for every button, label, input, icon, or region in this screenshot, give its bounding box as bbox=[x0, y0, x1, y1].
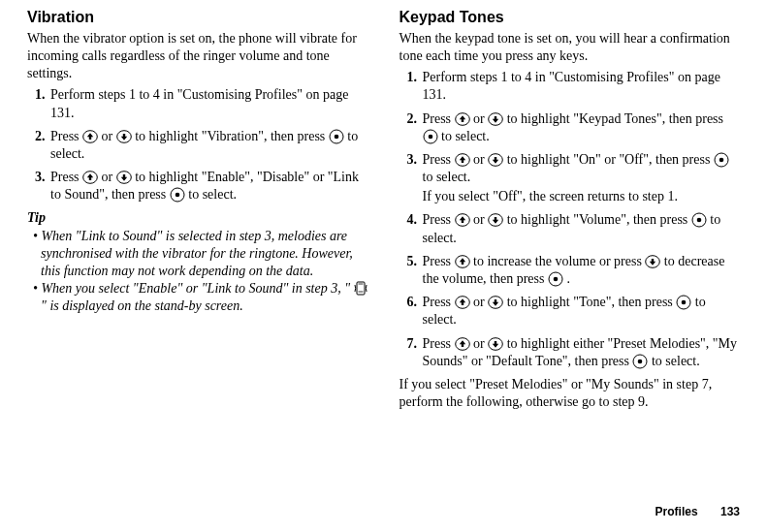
step-text: Press bbox=[423, 254, 455, 268]
page-footer: Profiles 133 bbox=[655, 505, 740, 520]
key-step-4: Press or to highlight "Volume", then pre… bbox=[421, 211, 741, 246]
step-text: to highlight "Tone", then press bbox=[503, 295, 676, 309]
center-icon bbox=[691, 212, 707, 228]
step-text: or bbox=[470, 295, 489, 309]
center-icon bbox=[329, 129, 344, 144]
step-text: to increase the volume or press bbox=[470, 254, 646, 268]
center-icon bbox=[676, 295, 691, 310]
step-text: or bbox=[470, 152, 489, 167]
up-arrow-icon bbox=[455, 112, 470, 126]
key-step-5: Press to increase the volume or press to… bbox=[421, 253, 741, 288]
step-text: Press bbox=[50, 170, 82, 184]
key-step-3: Press or to highlight "On" or "Off", the… bbox=[421, 151, 741, 206]
center-icon bbox=[170, 187, 185, 203]
step-text: or bbox=[98, 170, 116, 184]
key-step-7: Press or to highlight either "Preset Mel… bbox=[421, 335, 741, 370]
step-text: Perform steps 1 to 4 in "Customising Pro… bbox=[50, 87, 348, 119]
vib-step-1: Perform steps 1 to 4 in "Customising Pro… bbox=[48, 86, 368, 121]
step-text: or bbox=[470, 212, 489, 227]
up-arrow-icon bbox=[455, 153, 470, 167]
footer-page-number: 133 bbox=[720, 505, 740, 518]
up-arrow-icon bbox=[82, 171, 98, 184]
step-text: Press bbox=[50, 129, 82, 143]
key-step-6: Press or to highlight "Tone", then press… bbox=[421, 294, 741, 329]
step-text: to select. bbox=[648, 354, 699, 368]
keypad-after: If you select "Preset Melodies" or "My S… bbox=[399, 376, 741, 411]
up-arrow-icon bbox=[455, 337, 470, 351]
center-icon bbox=[632, 354, 648, 369]
step-text: Press bbox=[423, 295, 455, 309]
up-arrow-icon bbox=[82, 130, 98, 143]
step-text: to highlight "Keypad Tones", then press bbox=[503, 111, 723, 126]
tip-text: • When you select "Enable" or "Link to S… bbox=[33, 281, 354, 296]
down-arrow-icon bbox=[116, 171, 132, 184]
up-arrow-icon bbox=[455, 213, 470, 227]
tip-item-1: • When "Link to Sound" is selected in st… bbox=[27, 228, 368, 281]
step-text: or bbox=[98, 129, 116, 143]
key-step-1: Perform steps 1 to 4 in "Customising Pro… bbox=[421, 69, 741, 104]
vibration-icon bbox=[354, 281, 368, 296]
page: Vibration When the vibrator option is se… bbox=[0, 0, 767, 415]
step-text: to highlight "On" or "Off", then press bbox=[503, 152, 714, 167]
step-text: to select. bbox=[185, 187, 237, 202]
keypad-steps: Perform steps 1 to 4 in "Customising Pro… bbox=[399, 69, 741, 370]
vibration-intro: When the vibrator option is set on, the … bbox=[27, 30, 368, 83]
up-arrow-icon bbox=[455, 296, 470, 309]
down-arrow-icon bbox=[488, 213, 503, 227]
step-text: Press bbox=[423, 336, 455, 351]
down-arrow-icon bbox=[488, 112, 503, 126]
up-arrow-icon bbox=[455, 255, 470, 268]
keypad-intro: When the keypad tone is set on, you will… bbox=[399, 30, 741, 65]
step-text: Perform steps 1 to 4 in "Customising Pro… bbox=[423, 70, 720, 102]
step-text: Press bbox=[423, 111, 455, 126]
tip-heading: Tip bbox=[27, 209, 368, 227]
footer-section: Profiles bbox=[655, 505, 698, 518]
down-arrow-icon bbox=[116, 130, 132, 143]
step-text: to highlight "Volume", then press bbox=[503, 212, 691, 227]
step-text: . bbox=[563, 271, 570, 286]
center-icon bbox=[548, 271, 563, 287]
step-text: to select. bbox=[438, 129, 490, 143]
vib-step-2: Press or to highlight "Vibration", then … bbox=[48, 128, 368, 163]
tip-item-2: • When you select "Enable" or "Link to S… bbox=[27, 280, 368, 315]
down-arrow-icon bbox=[645, 255, 660, 268]
vibration-steps: Perform steps 1 to 4 in "Customising Pro… bbox=[27, 86, 368, 203]
vibration-heading: Vibration bbox=[27, 8, 368, 28]
down-arrow-icon bbox=[488, 153, 503, 167]
center-icon bbox=[714, 152, 729, 168]
keypad-heading: Keypad Tones bbox=[399, 8, 741, 28]
center-icon bbox=[423, 129, 438, 144]
key-step-2: Press or to highlight "Keypad Tones", th… bbox=[421, 110, 741, 145]
step-text: to select. bbox=[423, 170, 471, 184]
step-text: or bbox=[470, 336, 489, 351]
step-note: If you select "Off", the screen returns … bbox=[423, 188, 741, 205]
vib-step-3: Press or to highlight "Enable", "Disable… bbox=[48, 169, 368, 203]
step-text: to highlight "Vibration", then press bbox=[132, 129, 329, 143]
right-column: Keypad Tones When the keypad tone is set… bbox=[399, 8, 741, 415]
step-text: or bbox=[470, 111, 489, 126]
down-arrow-icon bbox=[488, 337, 503, 351]
down-arrow-icon bbox=[488, 296, 503, 309]
step-text: Press bbox=[423, 152, 455, 167]
tip-text: " is displayed on the stand-by screen. bbox=[41, 298, 243, 313]
step-text: Press bbox=[423, 212, 455, 227]
left-column: Vibration When the vibrator option is se… bbox=[27, 8, 368, 415]
